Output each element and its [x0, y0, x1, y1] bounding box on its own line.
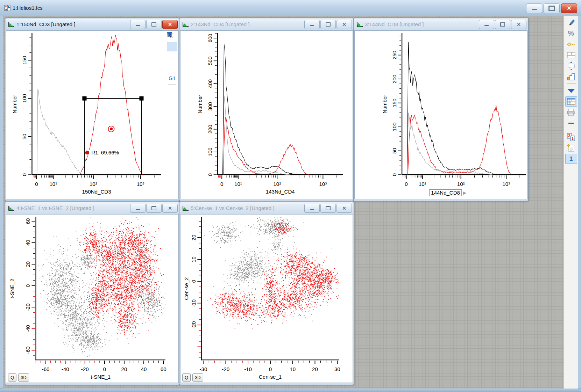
svg-text:40: 40	[25, 240, 31, 246]
svg-text:-60: -60	[42, 366, 50, 372]
svg-text:-10: -10	[244, 366, 252, 372]
sidebar-separator	[567, 84, 576, 84]
table-view-icon[interactable]	[565, 96, 577, 107]
mdi-workspace: 1:150Nd_CD3 [Ungated ] ✕ 050100150010¹10…	[3, 16, 564, 389]
window-title: 3:144Nd_CD8 [Ungated ]	[365, 21, 479, 27]
svg-text:Number: Number	[197, 95, 203, 113]
maximize-button[interactable]	[495, 20, 510, 29]
gate-r1[interactable]: R1: 69.66%	[82, 96, 143, 175]
gate-stat-label: R1: 69.66%	[91, 150, 119, 155]
gate-g1-button[interactable]: G1	[167, 73, 177, 83]
svg-text:50: 50	[391, 148, 397, 154]
print-icon[interactable]	[565, 107, 577, 117]
pencil-icon[interactable]	[565, 17, 577, 28]
plot-area-1[interactable]: 050100150010¹10²10³150Nd_CD3NumberR1: 69…	[6, 30, 179, 199]
scatter-chart: -60-40-200204060-60-40-200204060t-SNE_1t…	[6, 215, 178, 383]
window-titlebar[interactable]: 2:143Nd_CD4 [Ungated ] ✕	[180, 19, 353, 30]
svg-text:Cen-se_1: Cen-se_1	[259, 374, 282, 380]
plot-area-2[interactable]: 0100200300400500600010¹10²10³143Nd_CD4Nu…	[180, 30, 353, 199]
window-frame-bottom	[0, 388, 581, 392]
histogram-chart: 050100150200250010¹10²10³Number	[355, 31, 527, 199]
plot-area-4[interactable]: -60-40-200204060-60-40-200204060t-SNE_1t…	[6, 214, 179, 383]
svg-text:10: 10	[191, 256, 197, 262]
percent-icon[interactable]: %	[565, 28, 577, 38]
minimize-button[interactable]	[526, 3, 542, 13]
key-icon[interactable]	[565, 39, 577, 49]
close-button[interactable]: ✕	[162, 204, 178, 213]
window-title: 1:150Nd_CD3 [Ungated ]	[16, 21, 130, 27]
svg-text:600: 600	[207, 34, 213, 43]
gate-handle-right[interactable]	[139, 96, 143, 101]
quadrant-button[interactable]: Q	[182, 373, 191, 382]
new-document-icon[interactable]	[565, 143, 577, 153]
quadrant-button[interactable]: Q	[8, 373, 16, 382]
close-button[interactable]: ✕	[561, 3, 577, 13]
histogram-chart: 050100150010¹10²10³150Nd_CD3NumberR1: 69…	[6, 31, 178, 199]
sidebar-separator	[567, 130, 576, 130]
maximize-button[interactable]	[544, 3, 560, 13]
histogram-icon	[8, 205, 15, 211]
minimize-button[interactable]	[130, 20, 146, 29]
series-black	[407, 42, 499, 175]
zo om-out-tool[interactable]	[167, 63, 177, 72]
close-button[interactable]: ✕	[336, 204, 352, 213]
dropdown-arrow-icon[interactable]	[167, 87, 177, 96]
gate-handle-left[interactable]	[82, 96, 86, 101]
minimize-button[interactable]	[304, 20, 320, 29]
main-titlebar[interactable]: 1:Helios1.fcs ✕	[0, 0, 581, 16]
minimize-button[interactable]	[130, 204, 146, 213]
svg-text:200: 200	[207, 125, 213, 133]
plot-window-1: 1:150Nd_CD3 [Ungated ] ✕ 050100150010¹10…	[5, 17, 180, 201]
plot-area-3[interactable]: 050100150200250010¹10²10³Number 144Nd_CD…	[354, 30, 527, 199]
threed-button[interactable]: 3D	[18, 373, 29, 382]
dash-icon[interactable]	[565, 118, 577, 128]
svg-text:150: 150	[21, 56, 27, 65]
window-titlebar[interactable]: 3:144Nd_CD8 [Ungated ] ✕	[354, 19, 527, 30]
svg-text:10²: 10²	[273, 181, 281, 187]
svg-text:30: 30	[334, 366, 340, 372]
page-number-1[interactable]: 1	[565, 154, 577, 164]
series-gray	[407, 112, 493, 175]
parameter-arrow-icon[interactable]: ▶	[463, 190, 466, 195]
window-titlebar[interactable]: 5:Cen-se_1 vs Cen-se_2 [Ungated ] ✕	[180, 202, 353, 214]
plot-area-5[interactable]: -30-20-100102030-20-1001020Cen-se_1Cen-s…	[180, 214, 353, 383]
window-titlebar[interactable]: 1:150Nd_CD3 [Ungated ] ✕	[6, 19, 179, 30]
close-button[interactable]: ✕	[162, 20, 178, 29]
svg-text:143Nd_CD4: 143Nd_CD4	[266, 189, 295, 195]
svg-text:100: 100	[21, 94, 27, 103]
duplicate-pages-icon[interactable]: 21	[565, 132, 577, 142]
stack-chart-icon[interactable]	[565, 72, 577, 82]
maximize-button[interactable]	[320, 20, 336, 29]
maximize-button[interactable]	[320, 204, 336, 213]
minimize-button[interactable]	[479, 20, 494, 29]
minimize-button[interactable]	[304, 204, 320, 213]
close-button[interactable]: ✕	[336, 20, 352, 29]
svg-text:0: 0	[269, 366, 272, 372]
svg-text:10³: 10³	[137, 181, 144, 187]
svg-text:10¹: 10¹	[234, 181, 242, 187]
zoom-in-tool[interactable]	[167, 52, 177, 62]
threed-button[interactable]: 3D	[192, 373, 203, 382]
svg-text:-30: -30	[200, 366, 207, 372]
dropdown-arrow-icon[interactable]	[565, 86, 577, 96]
svg-text:20: 20	[121, 366, 127, 372]
window-title: 5:Cen-se_1 vs Cen-se_2 [Ungated ]	[191, 205, 304, 211]
maximize-button[interactable]	[146, 204, 162, 213]
region-rect-tool[interactable]	[167, 42, 177, 51]
plot-window-5: 5:Cen-se_1 vs Cen-se_2 [Ungated ] ✕ -30-…	[179, 201, 354, 385]
svg-text:60: 60	[161, 366, 166, 372]
collapse-dash-icon[interactable]	[167, 97, 177, 107]
close-button[interactable]: ✕	[511, 20, 526, 29]
resize-icon[interactable]	[565, 61, 577, 71]
svg-text:10¹: 10¹	[49, 181, 57, 187]
svg-text:20: 20	[312, 366, 318, 372]
maximize-button[interactable]	[146, 20, 162, 29]
gate-label-dot[interactable]	[85, 151, 89, 154]
series-black	[223, 44, 302, 175]
x-parameter-label[interactable]: 144Nd_CD8	[429, 189, 462, 196]
layout-icon[interactable]	[565, 50, 577, 60]
svg-text:0: 0	[405, 181, 408, 187]
window-titlebar[interactable]: 4:t-SNE_1 vs t-SNE_2 [Ungated ] ✕	[6, 202, 179, 214]
x-parameter-selector[interactable]: 144Nd_CD8 ▶	[429, 189, 466, 196]
svg-text:10³: 10³	[319, 181, 327, 187]
